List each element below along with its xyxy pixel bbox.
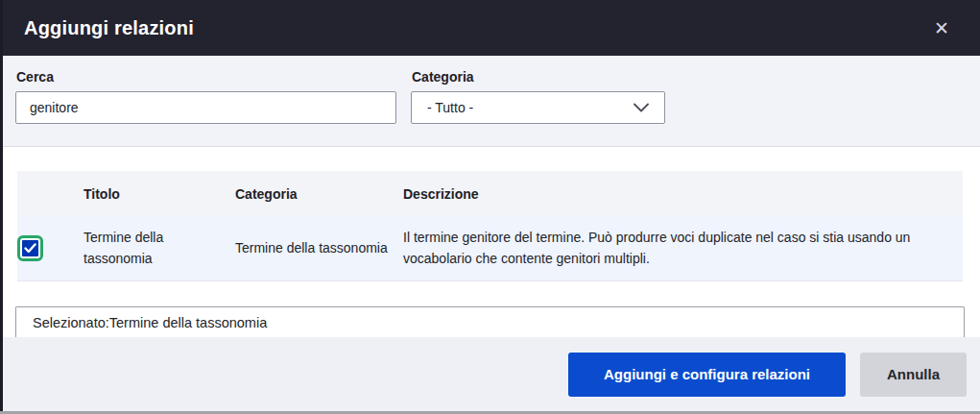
row-cell-descrizione: Il termine genitore del termine. Può pro… (403, 216, 963, 281)
category-select[interactable]: - Tutto - (411, 91, 665, 124)
search-label: Cerca (15, 69, 396, 85)
table-header-row: Titolo Categoria Descrizione (17, 171, 963, 216)
results-table-container: Titolo Categoria Descrizione Termine del… (0, 147, 980, 281)
column-header-titolo: Titolo (84, 171, 235, 216)
selected-summary: Selezionato:Termine della tassonomia (15, 306, 965, 339)
chevron-down-icon (633, 103, 649, 112)
column-header-descrizione: Descrizione (403, 171, 963, 216)
row-cell-titolo: Termine della tassonomia (84, 216, 235, 281)
checkbox-column-header (17, 171, 84, 216)
selected-summary-text: Selezionato:Termine della tassonomia (33, 315, 267, 330)
category-label: Categoria (411, 69, 665, 85)
search-field-group: Cerca (15, 69, 396, 146)
dialog-footer: Aggiungi e configura relazioni Annulla (0, 337, 980, 411)
column-header-categoria: Categoria (235, 171, 403, 216)
dialog-header: Aggiungi relazioni ✕ (0, 0, 980, 56)
category-selected-value: - Tutto - (427, 100, 473, 115)
cancel-button[interactable]: Annulla (860, 353, 967, 397)
add-configure-relations-button[interactable]: Aggiungi e configura relazioni (568, 353, 846, 397)
filter-bar: Cerca Categoria - Tutto - (0, 56, 980, 147)
category-field-group: Categoria - Tutto - (411, 69, 665, 146)
row-cell-categoria: Termine della tassonomia (235, 216, 403, 281)
row-checkbox-checked[interactable] (20, 238, 40, 258)
results-table: Titolo Categoria Descrizione Termine del… (17, 171, 963, 281)
checkmark-icon (24, 243, 36, 254)
row-checkbox-cell (17, 216, 84, 281)
search-input[interactable] (15, 91, 396, 124)
table-row[interactable]: Termine della tassonomia Termine della t… (17, 216, 963, 281)
dialog-title: Aggiungi relazioni (24, 17, 194, 39)
add-relations-dialog: Aggiungi relazioni ✕ Cerca Categoria - T… (0, 0, 980, 414)
close-icon[interactable]: ✕ (928, 15, 955, 41)
page-edge-backdrop (0, 0, 3, 411)
